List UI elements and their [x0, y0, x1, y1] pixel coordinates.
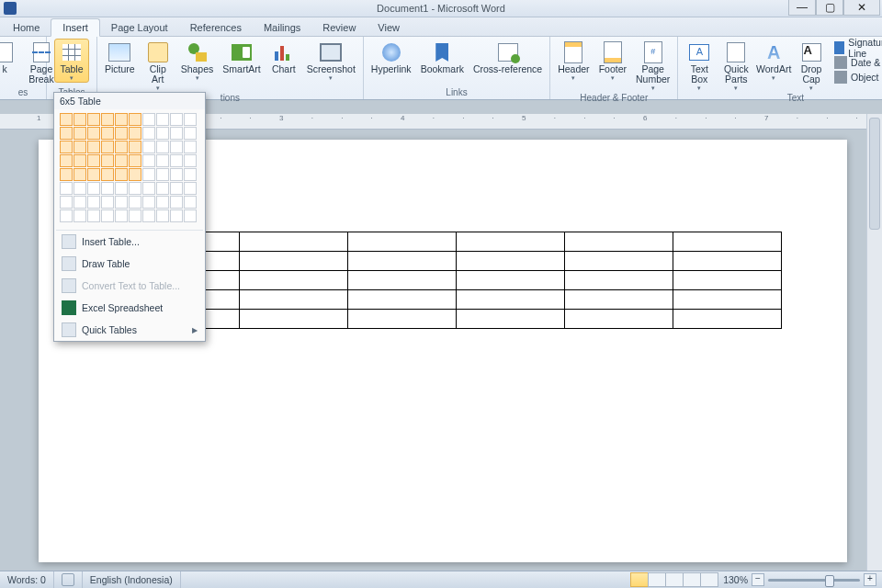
grid-cell[interactable]: [101, 168, 114, 181]
web-layout-view[interactable]: [665, 572, 684, 587]
footer-button[interactable]: Footer▾: [595, 39, 630, 83]
word-count[interactable]: Words: 0: [0, 571, 54, 588]
grid-cell[interactable]: [101, 154, 114, 167]
grid-cell[interactable]: [142, 113, 155, 126]
document-table[interactable]: [130, 232, 782, 329]
tab-view[interactable]: View: [367, 19, 411, 36]
grid-cell[interactable]: [129, 127, 141, 140]
grid-cell[interactable]: [156, 196, 169, 209]
object-button[interactable]: Object▾: [834, 70, 882, 85]
grid-cell[interactable]: [74, 154, 86, 167]
grid-cell[interactable]: [170, 168, 183, 181]
grid-cell[interactable]: [184, 113, 197, 126]
grid-cell[interactable]: [74, 168, 86, 181]
grid-cell[interactable]: [101, 209, 114, 222]
excel-spreadsheet-menu[interactable]: Excel Spreadsheet: [54, 297, 205, 319]
picture-button[interactable]: Picture: [101, 39, 139, 75]
shapes-button[interactable]: Shapes▾: [177, 39, 218, 83]
grid-cell[interactable]: [129, 196, 141, 209]
grid-cell[interactable]: [142, 209, 155, 222]
signature-line-button[interactable]: Signature Line▾: [834, 40, 882, 55]
grid-cell[interactable]: [115, 196, 128, 209]
grid-cell[interactable]: [60, 168, 73, 181]
zoom-thumb[interactable]: [825, 575, 834, 587]
chart-button[interactable]: Chart: [266, 39, 301, 75]
language-button[interactable]: English (Indonesia): [83, 571, 181, 588]
tab-home[interactable]: Home: [2, 19, 51, 36]
grid-cell[interactable]: [170, 113, 183, 126]
grid-cell[interactable]: [142, 196, 155, 209]
print-layout-view[interactable]: [630, 572, 649, 587]
hyperlink-button[interactable]: Hyperlink: [368, 39, 415, 75]
crossref-button[interactable]: Cross-reference: [469, 39, 546, 75]
zoom-out-button[interactable]: −: [752, 573, 764, 586]
grid-cell[interactable]: [184, 141, 197, 153]
maximize-button[interactable]: ▢: [816, 0, 843, 16]
draft-view[interactable]: [700, 572, 718, 587]
grid-cell[interactable]: [156, 182, 169, 195]
grid-cell[interactable]: [60, 209, 73, 222]
page-number-button[interactable]: #PageNumber▾: [632, 39, 673, 93]
grid-cell[interactable]: [156, 154, 169, 167]
table-button[interactable]: Table▾: [54, 39, 89, 83]
grid-cell[interactable]: [184, 209, 197, 222]
bookmark-button[interactable]: Bookmark: [417, 39, 468, 75]
zoom-in-button[interactable]: +: [864, 573, 876, 586]
grid-cell[interactable]: [170, 141, 183, 153]
grid-cell[interactable]: [184, 182, 197, 195]
grid-cell[interactable]: [142, 182, 155, 195]
tab-review[interactable]: Review: [311, 19, 367, 36]
blank-page-button[interactable]: k: [0, 39, 22, 75]
quick-tables-menu[interactable]: Quick Tables▶: [54, 319, 205, 341]
grid-cell[interactable]: [87, 113, 100, 126]
grid-cell[interactable]: [115, 209, 128, 222]
grid-cell[interactable]: [74, 113, 86, 126]
grid-cell[interactable]: [74, 127, 86, 140]
grid-cell[interactable]: [115, 168, 128, 181]
grid-cell[interactable]: [184, 154, 197, 167]
grid-cell[interactable]: [142, 127, 155, 140]
grid-cell[interactable]: [60, 127, 73, 140]
draw-table-menu[interactable]: Draw Table: [54, 253, 205, 275]
zoom-slider[interactable]: [768, 579, 860, 582]
grid-cell[interactable]: [87, 154, 100, 167]
grid-cell[interactable]: [129, 209, 141, 222]
grid-cell[interactable]: [101, 141, 114, 153]
grid-cell[interactable]: [184, 127, 197, 140]
dropcap-button[interactable]: ADropCap▾: [794, 39, 829, 93]
insert-table-menu[interactable]: Insert Table...: [54, 231, 205, 253]
screenshot-button[interactable]: Screenshot▾: [303, 39, 359, 83]
grid-cell[interactable]: [170, 154, 183, 167]
grid-cell[interactable]: [60, 154, 73, 167]
grid-cell[interactable]: [115, 113, 128, 126]
fullscreen-view[interactable]: [648, 572, 666, 587]
tab-page-layout[interactable]: Page Layout: [100, 19, 179, 36]
grid-cell[interactable]: [156, 127, 169, 140]
grid-cell[interactable]: [74, 182, 86, 195]
grid-cell[interactable]: [87, 141, 100, 153]
header-button[interactable]: Header▾: [554, 39, 593, 83]
grid-cell[interactable]: [129, 168, 141, 181]
outline-view[interactable]: [683, 572, 701, 587]
grid-cell[interactable]: [129, 182, 141, 195]
close-button[interactable]: ✕: [843, 0, 880, 16]
grid-cell[interactable]: [101, 196, 114, 209]
grid-cell[interactable]: [74, 196, 86, 209]
grid-cell[interactable]: [101, 182, 114, 195]
grid-cell[interactable]: [156, 168, 169, 181]
tab-insert[interactable]: Insert: [51, 18, 100, 37]
scroll-thumb[interactable]: [869, 118, 880, 230]
tab-references[interactable]: References: [179, 19, 253, 36]
vertical-scrollbar[interactable]: [866, 114, 882, 571]
grid-cell[interactable]: [184, 196, 197, 209]
smartart-button[interactable]: SmartArt: [219, 39, 264, 75]
grid-cell[interactable]: [170, 209, 183, 222]
clipart-button[interactable]: ClipArt▾: [141, 39, 175, 93]
grid-cell[interactable]: [87, 196, 100, 209]
grid-cell[interactable]: [115, 154, 128, 167]
proofing-button[interactable]: [54, 571, 83, 588]
grid-cell[interactable]: [87, 182, 100, 195]
grid-cell[interactable]: [142, 141, 155, 153]
grid-cell[interactable]: [156, 209, 169, 222]
grid-cell[interactable]: [74, 209, 86, 222]
